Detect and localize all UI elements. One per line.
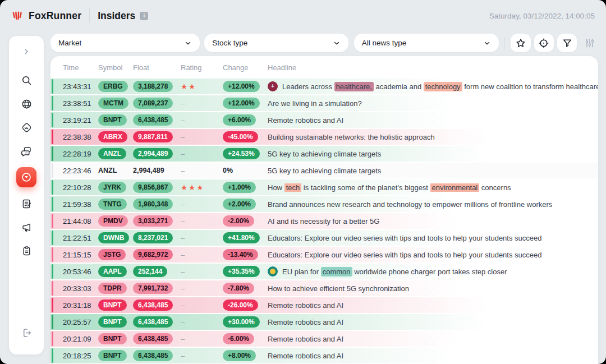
- headline-cell: Building sustainable networks: the holis…: [268, 133, 598, 141]
- table-row[interactable]: 20:31:18BNPT6,438,485–-26.00%Remote robo…: [50, 297, 598, 313]
- col-header-rating[interactable]: Rating: [181, 63, 223, 72]
- table-row[interactable]: 21:44:08PMDV3,033,271–-2.00%AI and its n…: [50, 213, 598, 229]
- table-row[interactable]: 23:43:31ERBG3,188,278★★+12.00%+Leaders a…: [50, 79, 598, 94]
- change-pill: -6.00%: [223, 333, 254, 344]
- stock-type-select[interactable]: Stock type: [204, 34, 348, 52]
- time-cell: 21:44:08: [63, 217, 98, 225]
- news-table-panel: Time Symbol Float Rating Change Headline…: [50, 56, 598, 364]
- row-accent-bar: [52, 113, 53, 127]
- rating-stars: ★★: [181, 82, 196, 91]
- table-row[interactable]: 22:23:46ANZL2,994,489–0%5G key to achiev…: [50, 163, 598, 178]
- table-row[interactable]: 22:38:38ABRX9,887,811–-45.00%Building su…: [50, 129, 598, 145]
- change-cell: +1.00%: [223, 182, 268, 193]
- sidebar-item-announcements[interactable]: [16, 219, 36, 235]
- headline-highlight: healthcare,: [334, 82, 374, 91]
- sidebar-item-search[interactable]: [16, 72, 36, 88]
- time-value: 21:15:15: [63, 251, 91, 259]
- time-cell: 23:38:51: [63, 99, 98, 108]
- row-accent-bar: [52, 163, 53, 178]
- col-header-time[interactable]: Time: [63, 63, 98, 72]
- change-pill: +6.00%: [223, 114, 256, 126]
- top-bar: FoxRunner Insiders i Saturday, 03/12/202…: [0, 0, 606, 31]
- headline-text: Remote robotics and AI: [268, 352, 343, 360]
- table-row[interactable]: 20:53:46AAPL252,144–+35.35%EU plan for c…: [50, 264, 598, 279]
- filterbar-divider: [504, 37, 505, 49]
- table-row[interactable]: 21:59:38TNTG1,980,348–+2.00%Brand announ…: [50, 196, 598, 212]
- rating-stars: ★★★: [181, 183, 204, 192]
- col-header-change[interactable]: Change: [223, 63, 268, 72]
- table-row[interactable]: 20:18:25BNPT6,438,485–+8.00%Remote robot…: [50, 348, 598, 363]
- change-pill: +12.00%: [223, 81, 260, 92]
- change-cell: 0%: [223, 167, 268, 174]
- symbol-pill: TNTG: [98, 199, 127, 210]
- stock-type-select-value: Stock type: [212, 39, 247, 47]
- market-select[interactable]: Market: [50, 34, 200, 52]
- time-value: 20:31:18: [63, 301, 91, 310]
- col-header-headline[interactable]: Headline: [268, 63, 598, 72]
- change-pill: +24.53%: [223, 148, 260, 159]
- symbol-cell: BNPT: [98, 300, 133, 311]
- brand-logo[interactable]: FoxRunner: [11, 9, 81, 22]
- col-header-symbol[interactable]: Symbol: [98, 63, 133, 72]
- sidebar-item-deals[interactable]: [16, 119, 36, 135]
- headline-cell: Remote robotics and AI: [268, 301, 598, 310]
- headline-cell: Are we living in a simulation?: [268, 99, 598, 108]
- symbol-pill: AAPL: [98, 266, 127, 277]
- table-row[interactable]: 20:21:09BNPT6,438,485–-6.00%Remote robot…: [50, 331, 598, 347]
- sidebar-item-orders[interactable]: [16, 243, 36, 259]
- rating-dash: –: [181, 150, 185, 158]
- sidebar-item-chat[interactable]: [16, 143, 36, 159]
- logout-button[interactable]: [16, 325, 36, 340]
- headline-text: Educators: Explore our video series with…: [268, 234, 542, 242]
- float-cell: 252,144: [133, 266, 181, 277]
- table-row[interactable]: 20:25:57BNPT6,438,485–+30.00%Remote robo…: [50, 314, 598, 330]
- time-cell: 20:33:03: [63, 284, 98, 293]
- rating-cell: –: [181, 99, 223, 108]
- settings-sliders-button[interactable]: [581, 34, 598, 52]
- rating-cell: –: [181, 150, 223, 158]
- table-row[interactable]: 21:22:51DWNB8,237,021–+41.80%Educators: …: [50, 230, 598, 246]
- headline-text: Remote robotics and AI: [268, 335, 343, 343]
- table-row[interactable]: 23:19:21BNPT6,438,485–+6.00%Remote robot…: [50, 112, 598, 128]
- rating-dash: –: [181, 268, 185, 276]
- table-row[interactable]: 23:38:51MCTM7,089,237–+12.00%Are we livi…: [50, 95, 598, 111]
- time-value: 21:59:38: [63, 200, 91, 209]
- symbol-pill: MCTM: [98, 98, 128, 109]
- headline-segment: EU plan for: [282, 268, 321, 276]
- headline-highlight: common: [321, 267, 352, 277]
- headline-cell: Remote robotics and AI: [268, 352, 598, 360]
- info-icon[interactable]: i: [140, 12, 148, 20]
- table-row[interactable]: 21:15:15JSTG9,682,972–-13.40%Educators: …: [50, 247, 598, 262]
- float-pill: 7,089,237: [133, 98, 173, 109]
- headline-segment: Remote robotics and AI: [268, 116, 343, 125]
- col-header-float[interactable]: Float: [133, 63, 181, 72]
- table-row[interactable]: 22:10:28JYRK9,856,867★★★+1.00%How tech i…: [50, 179, 598, 195]
- headline-cell: +Leaders across healthcare, academia and…: [268, 81, 598, 91]
- sidebar-item-markets[interactable]: [16, 96, 36, 112]
- change-cell: -13.40%: [223, 249, 268, 260]
- headline-highlight: environmental: [430, 183, 480, 192]
- table-row[interactable]: 22:28:19ANZL2,994,489–+24.53%5G key to a…: [50, 146, 598, 162]
- headline-cell: AI and its necessity for a better 5G: [268, 217, 598, 225]
- sidebar-expand-button[interactable]: [16, 44, 36, 59]
- change-pill: -26.00%: [223, 300, 258, 311]
- news-type-select[interactable]: All news type: [354, 34, 499, 52]
- insiders-icon: [20, 171, 33, 183]
- headline-text: Brand announces new research and technol…: [268, 200, 552, 209]
- headline-segment: Remote robotics and AI: [268, 335, 343, 343]
- sidebar-item-insiders-active[interactable]: [16, 167, 36, 187]
- sidebar-item-notes[interactable]: [16, 196, 36, 211]
- float-cell: 6,438,485: [133, 114, 181, 126]
- rating-cell: –: [181, 234, 223, 242]
- symbol-pill: DWNB: [98, 232, 129, 243]
- table-row[interactable]: 20:33:03TDPR7,991,732–-7.80%How to achie…: [50, 280, 598, 296]
- time-cell: 20:25:57: [63, 318, 98, 326]
- float-cell: 9,682,972: [133, 249, 181, 260]
- favorites-button[interactable]: [511, 34, 530, 52]
- filter-button[interactable]: [557, 34, 577, 52]
- target-button[interactable]: [534, 34, 554, 52]
- headline-segment: 5G key to achieving climate targets: [268, 167, 381, 175]
- change-pill: +41.80%: [223, 232, 260, 243]
- headline-cell: Remote robotics and AI: [268, 335, 598, 343]
- rating-dash: –: [181, 133, 185, 141]
